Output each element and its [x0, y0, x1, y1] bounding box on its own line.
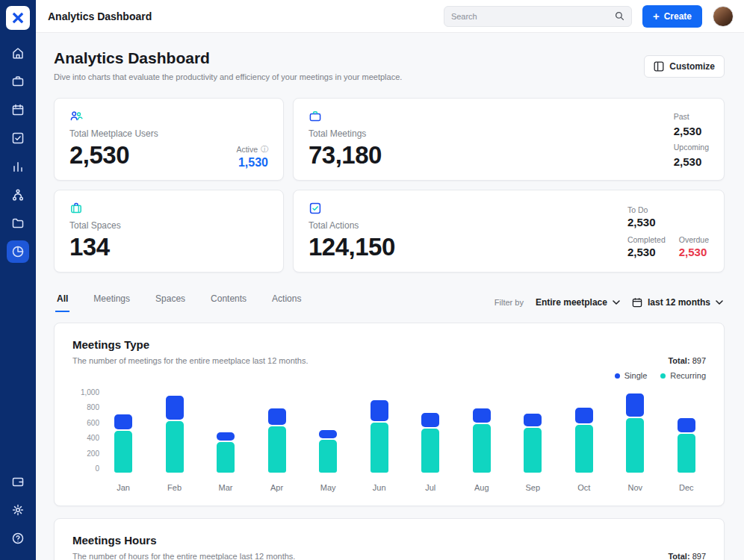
main-area: Analytics Dashboard + Create Analytics D… [36, 0, 744, 560]
x-tick-label: Jun [373, 483, 386, 492]
create-button-label: Create [664, 11, 692, 22]
bar-segment-single[interactable] [217, 432, 235, 441]
chart-title: Meetings Type [72, 338, 309, 351]
bar-stack [522, 389, 543, 473]
bar-segment-single[interactable] [626, 393, 644, 417]
chevron-down-icon [613, 300, 620, 305]
sidebar [0, 0, 36, 560]
sidebar-item-bar-chart[interactable] [7, 155, 29, 178]
upcoming-value: 2,530 [674, 155, 702, 168]
y-tick-label: 200 [72, 450, 99, 458]
bar-segment-recurring[interactable] [473, 424, 491, 473]
bar-stack [676, 389, 697, 473]
wallet-icon [11, 475, 25, 488]
date-range-dropdown[interactable]: last 12 months [632, 297, 723, 308]
search-box[interactable] [444, 6, 632, 27]
legend-item-single[interactable]: Single [615, 371, 648, 380]
active-label: Active ⓘ [236, 144, 268, 155]
bar-segment-recurring[interactable] [575, 425, 593, 473]
tab-contents[interactable]: Contents [209, 292, 248, 312]
bar-stack [215, 389, 236, 473]
sidebar-item-workflow[interactable] [7, 184, 29, 206]
bar-segment-recurring[interactable] [217, 442, 235, 473]
bar-segment-single[interactable] [268, 408, 286, 425]
bar-segment-single[interactable] [678, 418, 695, 432]
customize-button-label: Customize [669, 61, 715, 72]
bar-group-oct: Oct [574, 389, 595, 492]
topbar: Analytics Dashboard + Create [36, 0, 744, 33]
tab-meetings[interactable]: Meetings [92, 292, 131, 312]
bar-segment-recurring[interactable] [268, 426, 286, 473]
y-tick-label: 1,000 [72, 389, 99, 396]
workflow-icon [11, 188, 25, 202]
sidebar-item-home[interactable] [7, 42, 29, 64]
stat-label: Total Meetings [309, 128, 382, 139]
bar-stack [369, 389, 390, 473]
bar-stack [317, 389, 338, 473]
page-title: Analytics Dashboard [54, 49, 402, 67]
legend-item-recurring[interactable]: Recurring [660, 371, 706, 380]
tab-spaces[interactable]: Spaces [154, 292, 187, 312]
meetplace-scope-dropdown[interactable]: Entire meetplace [536, 297, 620, 308]
chart-total: Total: 897 [668, 356, 706, 365]
bar-segment-recurring[interactable] [626, 418, 644, 473]
sidebar-item-wallet[interactable] [7, 470, 29, 493]
stat-card-total-spaces: Total Spaces 134 [54, 190, 284, 273]
app-logo[interactable] [6, 6, 30, 30]
calendar-icon [632, 297, 642, 308]
bar-segment-recurring[interactable] [319, 440, 337, 473]
bar-segment-recurring[interactable] [421, 429, 439, 473]
bar-segment-single[interactable] [114, 414, 132, 429]
sidebar-item-settings[interactable] [7, 499, 29, 521]
bar-segment-recurring[interactable] [371, 423, 388, 473]
avatar[interactable] [713, 6, 734, 27]
sidebar-bottom-nav [7, 470, 29, 550]
bar-stack [624, 389, 645, 473]
page-subtitle: Dive into charts that evaluate the produ… [54, 72, 402, 81]
info-icon[interactable]: ⓘ [261, 144, 268, 155]
page-content: Analytics Dashboard Dive into charts tha… [36, 33, 744, 560]
bar-segment-single[interactable] [371, 400, 388, 421]
chart-legend: Single Recurring [72, 371, 706, 380]
briefcase-icon [309, 110, 382, 123]
search-input[interactable] [451, 12, 609, 21]
todo-value: 2,530 [627, 216, 656, 228]
bar-segment-single[interactable] [166, 396, 184, 420]
bar-segment-recurring[interactable] [678, 434, 695, 473]
sidebar-item-folder[interactable] [7, 212, 29, 234]
completed-value: 2,530 [627, 246, 666, 258]
stat-value: 134 [69, 233, 121, 261]
tasks-icon [11, 131, 25, 145]
bar-segment-single[interactable] [421, 413, 439, 427]
sidebar-item-calendar[interactable] [7, 99, 29, 121]
bar-segment-recurring[interactable] [524, 428, 542, 473]
legend-dot-recurring [660, 373, 666, 379]
tab-actions[interactable]: Actions [270, 292, 303, 312]
bar-segment-single[interactable] [473, 408, 491, 423]
sidebar-item-briefcase[interactable] [7, 70, 29, 93]
suitcase-icon [69, 202, 121, 215]
stat-label: Total Spaces [69, 220, 121, 231]
chart-total: Total: 897 [668, 552, 706, 560]
tab-all[interactable]: All [55, 292, 69, 312]
customize-button[interactable]: Customize [644, 55, 725, 78]
bar-segment-single[interactable] [524, 414, 542, 426]
upcoming-label: Upcoming [674, 143, 709, 152]
todo-label: To Do [627, 205, 656, 214]
bar-segment-recurring[interactable] [114, 431, 132, 473]
sidebar-item-tasks[interactable] [7, 127, 29, 149]
sidebar-item-help[interactable] [7, 527, 29, 550]
filter-by-label: Filter by [495, 298, 524, 307]
range-value: last 12 months [648, 297, 710, 308]
stat-label: Total Meetplace Users [69, 128, 158, 139]
legend-label: Single [624, 371, 648, 380]
bar-segment-single[interactable] [319, 430, 337, 438]
bar-group-mar: Mar [215, 389, 236, 492]
sidebar-item-analytics[interactable] [7, 240, 29, 263]
bar-segment-recurring[interactable] [166, 421, 184, 473]
help-icon [11, 532, 25, 545]
legend-label: Recurring [670, 371, 706, 380]
customize-layout-icon [654, 61, 664, 72]
bar-segment-single[interactable] [575, 408, 593, 423]
create-button[interactable]: + Create [642, 5, 702, 28]
